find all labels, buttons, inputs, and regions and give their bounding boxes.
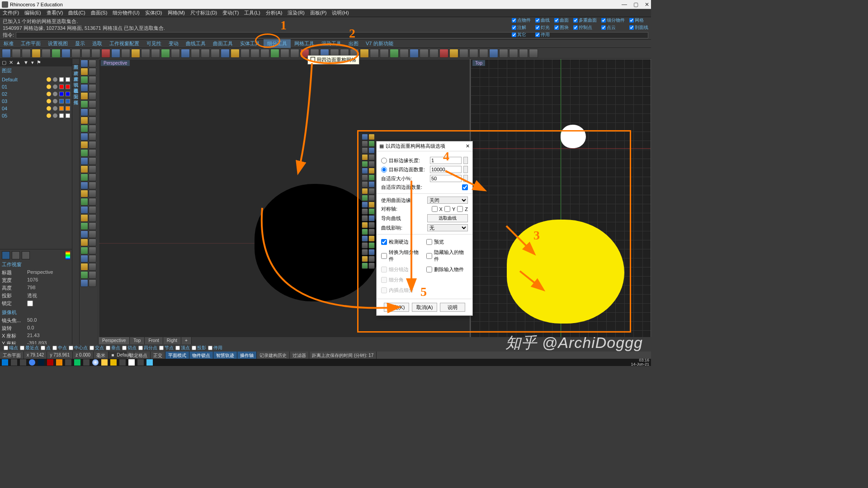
subd-tool-button[interactable] [362, 181, 368, 188]
toolbar-tab[interactable]: 变动 [165, 39, 182, 48]
prop-lock-checkbox[interactable] [27, 300, 33, 307]
side-tool-button[interactable] [80, 108, 88, 116]
side-tool-button[interactable] [89, 239, 96, 246]
tool-button[interactable] [260, 49, 269, 58]
layer-row[interactable]: 03 [0, 98, 72, 105]
tool-button[interactable] [211, 49, 220, 58]
menu-item[interactable]: 文件(F) [3, 9, 19, 16]
side-tool-button[interactable] [80, 141, 88, 149]
subd-tool-button[interactable] [368, 256, 375, 262]
tool-button[interactable] [52, 49, 61, 58]
new-layer-icon[interactable]: ▢ [2, 60, 6, 66]
side-tool-button[interactable] [89, 60, 96, 67]
menu-item[interactable]: 渲染(R) [288, 9, 304, 16]
toolbar-tab[interactable]: 出图 [345, 39, 362, 48]
filter-option[interactable]: 多重曲面 [573, 17, 597, 23]
viewport-tab[interactable]: Right [163, 337, 181, 344]
subd-tool-button[interactable] [368, 235, 375, 242]
tool-button[interactable] [360, 49, 369, 58]
tool-button[interactable] [91, 49, 100, 58]
tool-button[interactable] [380, 49, 389, 58]
filter-option[interactable]: 图块 [554, 24, 569, 31]
subd-tool-button[interactable] [368, 215, 375, 221]
tool-button[interactable] [191, 49, 200, 58]
app-icon-3[interactable] [83, 359, 90, 366]
side-tool-button[interactable] [89, 76, 96, 84]
toolbar-tab[interactable]: 网格工具 [291, 39, 318, 48]
toolbar-tab[interactable]: 渲染工具 [318, 39, 345, 48]
tool-button[interactable] [181, 49, 190, 58]
wechat-icon[interactable] [74, 359, 80, 366]
tool-button[interactable] [201, 49, 210, 58]
close-button[interactable]: ✕ [645, 1, 649, 8]
spinner-icon[interactable] [463, 166, 468, 173]
osnap-option[interactable]: 最近点 [20, 344, 39, 352]
menu-item[interactable]: 尺寸标注(D) [190, 9, 217, 16]
side-tool-button[interactable] [89, 247, 96, 254]
chk-preview[interactable] [426, 239, 432, 245]
subd-tool-button[interactable] [362, 134, 368, 140]
chk-hidein[interactable] [426, 253, 432, 259]
system-clock[interactable]: 03:1614-Jun-21 [631, 358, 649, 366]
adapt-size-input[interactable] [430, 175, 462, 182]
filter-option[interactable]: 曲线 [535, 17, 550, 23]
subd-tool-button[interactable] [362, 161, 368, 167]
spinner-icon[interactable] [463, 175, 468, 182]
side-tool-button[interactable] [89, 157, 96, 165]
mail-icon[interactable] [65, 359, 71, 366]
toolbar-tab[interactable]: 曲线工具 [182, 39, 209, 48]
menu-item[interactable]: 曲面(S) [91, 9, 108, 16]
side-tool-button[interactable] [80, 214, 88, 222]
layer-row[interactable]: Default [0, 76, 72, 83]
panel-tab[interactable]: 材质库 [72, 70, 79, 76]
tool-button[interactable] [449, 49, 458, 58]
side-tool-button[interactable] [80, 149, 88, 157]
photoshop-icon[interactable] [38, 359, 44, 366]
taskview-icon[interactable] [20, 359, 26, 366]
status-toggle[interactable]: 锁定格点 [127, 352, 151, 359]
side-tool-button[interactable] [80, 125, 88, 132]
menu-item[interactable]: 分析(A) [266, 9, 283, 16]
panel-tab[interactable]: 属性 [72, 94, 79, 100]
tool-button[interactable] [469, 49, 478, 58]
viewport-tab[interactable]: Top [130, 337, 145, 344]
subd-tool-button[interactable] [362, 249, 368, 255]
side-tool-button[interactable] [89, 182, 96, 189]
status-layer-swatch[interactable]: ■Default [108, 352, 127, 359]
status-toggle[interactable]: 操作轴 [237, 352, 257, 359]
side-tool-button[interactable] [89, 92, 96, 100]
status-toggle[interactable]: 物件锁点 [189, 352, 213, 359]
side-tool-button[interactable] [89, 190, 96, 197]
side-tool-button[interactable] [89, 206, 96, 214]
subd-tool-button[interactable] [368, 188, 375, 194]
tool-button[interactable] [151, 49, 160, 58]
tool-button[interactable] [22, 49, 31, 58]
symm-x-checkbox[interactable] [432, 206, 438, 212]
subd-tool-button[interactable] [362, 195, 368, 201]
panel-tab[interactable]: 已命名视图 [72, 82, 79, 88]
start-button[interactable] [2, 359, 8, 366]
spinner-icon[interactable] [463, 157, 468, 164]
subd-tool-button[interactable] [362, 215, 368, 221]
chrome-icon[interactable] [29, 359, 35, 366]
menu-item[interactable]: 编辑(E) [24, 9, 41, 16]
side-tool-button[interactable] [80, 165, 88, 173]
side-tool-button[interactable] [80, 279, 88, 287]
osnap-option[interactable]: 点 [41, 344, 51, 352]
tool-button[interactable] [81, 49, 90, 58]
subd-tool-button[interactable] [368, 181, 375, 188]
status-toggle[interactable]: 过滤器 [290, 352, 309, 359]
side-tool-button[interactable] [80, 117, 88, 124]
filter-option[interactable]: 剖面线 [629, 24, 648, 31]
filter-option[interactable]: 控制点 [573, 24, 597, 31]
menu-item[interactable]: 曲线(C) [68, 9, 85, 16]
side-tool-button[interactable] [89, 279, 96, 287]
toolbar-tab[interactable]: 显示 [71, 39, 89, 48]
app-icon-5[interactable] [119, 359, 126, 366]
side-tool-button[interactable] [89, 174, 96, 181]
menu-item[interactable]: 网格(M) [168, 9, 185, 16]
app-icon-6[interactable] [137, 359, 144, 366]
side-tool-button[interactable] [80, 198, 88, 206]
side-tool-button[interactable] [80, 239, 88, 246]
osnap-option[interactable]: 垂点 [106, 344, 120, 352]
